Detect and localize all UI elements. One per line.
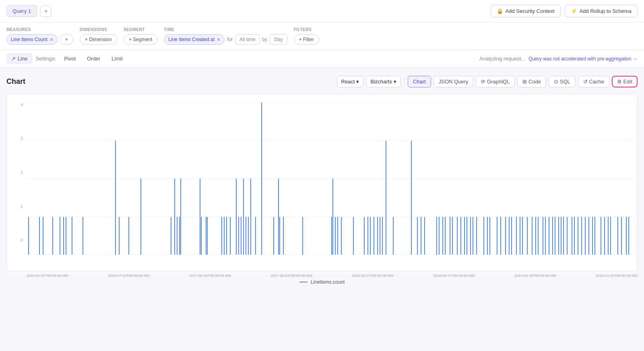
bar xyxy=(179,217,180,255)
remove-time-button[interactable]: × xyxy=(217,37,220,42)
bar xyxy=(487,217,488,255)
bar xyxy=(115,141,116,255)
time-section: TIME Line Items Created at × for All tim… xyxy=(164,27,287,45)
code-icon: ⊞ xyxy=(522,79,527,85)
code-button[interactable]: ⊞ Code xyxy=(517,76,546,87)
settings-label: Settings: xyxy=(34,53,58,64)
bar xyxy=(28,217,29,255)
bar xyxy=(248,217,249,255)
bar xyxy=(436,217,437,255)
bar xyxy=(221,217,222,255)
accel-link[interactable]: Query was not accelerated with pre-aggre… xyxy=(528,56,638,62)
segment-row: + Segment xyxy=(124,34,157,45)
top-bar-left: Query 1 + xyxy=(6,5,52,17)
bar xyxy=(574,217,575,255)
bar xyxy=(509,217,510,255)
bar xyxy=(608,217,609,255)
measure-pill: Line Items Count × xyxy=(6,34,58,45)
bar xyxy=(555,217,555,255)
bar xyxy=(206,217,206,255)
chart-inner xyxy=(27,102,633,255)
sql-button[interactable]: ⊙ SQL xyxy=(549,76,576,87)
bar xyxy=(601,217,601,255)
legend-line xyxy=(299,282,308,282)
bar xyxy=(337,217,338,255)
add-dimension-button[interactable]: + Dimension xyxy=(80,34,117,45)
edit-icon: ⚙ xyxy=(617,79,622,85)
bar xyxy=(411,141,412,255)
time-pill: Line Items Created at × xyxy=(164,34,225,45)
bar xyxy=(460,217,461,255)
bar xyxy=(119,217,120,255)
chart-container: 4 3 2 1 0 2016-01-01T00:0 xyxy=(6,94,638,285)
limit-button[interactable]: Limit xyxy=(107,53,127,64)
bar xyxy=(567,217,568,255)
dimensions-label: DIMENSIONS xyxy=(80,27,117,32)
bar xyxy=(201,217,202,255)
add-tab-button[interactable]: + xyxy=(40,6,52,17)
time-row: Line Items Created at × for All time by … xyxy=(164,34,287,45)
all-time-select[interactable]: All time xyxy=(235,34,260,45)
graphiql-button[interactable]: ⟳ GraphiQL xyxy=(476,76,515,87)
remove-measure-button[interactable]: × xyxy=(50,37,53,42)
cache-button[interactable]: ↺ Cache xyxy=(578,76,609,87)
x-label: 2019-04-15T00:00:00.000 xyxy=(514,274,556,278)
segment-section: SEGMENT + Segment xyxy=(124,27,157,45)
bar xyxy=(200,179,200,255)
top-bar-right: 🔒 Add Security Context ⚡ Add Rollup to S… xyxy=(491,5,638,17)
top-bar: Query 1 + 🔒 Add Security Context ⚡ Add R… xyxy=(0,0,644,23)
bar xyxy=(238,217,239,255)
add-measure-button[interactable]: + xyxy=(60,34,73,45)
y-label-0: 0 xyxy=(11,238,23,243)
bar xyxy=(543,217,543,255)
bar xyxy=(273,217,274,255)
bar xyxy=(581,217,582,255)
divider xyxy=(404,78,405,86)
chevron-down-icon: ▾ xyxy=(356,79,359,85)
react-select[interactable]: React ▾ xyxy=(337,76,364,87)
bar xyxy=(476,217,477,255)
add-rollup-button[interactable]: ⚡ Add Rollup to Schema xyxy=(565,5,638,17)
bar xyxy=(180,179,181,255)
add-security-context-button[interactable]: 🔒 Add Security Context xyxy=(491,5,561,17)
dimensions-section: DIMENSIONS + Dimension xyxy=(80,27,117,45)
add-filter-button[interactable]: + Filter xyxy=(294,34,319,45)
measures-label: MEASURES xyxy=(6,27,73,32)
edit-button[interactable]: ⚙ Edit xyxy=(612,76,638,87)
bar xyxy=(621,217,622,255)
chart-view-button[interactable]: Chart xyxy=(408,76,431,87)
bar xyxy=(367,217,368,255)
bar xyxy=(332,179,333,255)
json-query-button[interactable]: JSON Query xyxy=(433,76,474,87)
y-label-3: 3 xyxy=(11,136,23,141)
y-label-1: 1 xyxy=(11,204,23,209)
cache-icon: ↺ xyxy=(583,79,588,85)
line-view-button[interactable]: ↗ Line xyxy=(6,53,33,64)
add-segment-button[interactable]: + Segment xyxy=(124,34,157,45)
sql-icon: ⊙ xyxy=(554,79,558,85)
lock-icon: 🔒 xyxy=(497,8,503,14)
bar xyxy=(417,217,418,255)
bar xyxy=(594,217,595,255)
pivot-button[interactable]: Pivot xyxy=(59,53,80,64)
order-button[interactable]: Order xyxy=(82,53,105,64)
bar xyxy=(500,217,501,255)
bar xyxy=(83,217,83,255)
bar xyxy=(466,217,467,255)
bizcharts-select[interactable]: Bizcharts ▾ xyxy=(366,76,400,87)
bar xyxy=(63,217,64,255)
bar xyxy=(527,217,528,255)
x-label: 2016-01-01T00:00:00.000 xyxy=(27,274,68,278)
bar xyxy=(72,217,72,255)
filters-section: FILTERS + Filter xyxy=(294,27,319,45)
day-select[interactable]: Day xyxy=(270,34,287,45)
bar xyxy=(177,217,178,255)
legend-label: LineItems.count xyxy=(311,279,345,285)
bar xyxy=(60,217,60,255)
query-tab[interactable]: Query 1 xyxy=(6,5,37,17)
chart-header: Chart React ▾ Bizcharts ▾ Chart JSON Que… xyxy=(6,76,638,87)
bar xyxy=(66,217,66,255)
x-label: 2017-08-23T00:00:00.000 xyxy=(270,274,312,278)
bar xyxy=(230,217,231,255)
measures-row: Line Items Count × + xyxy=(6,34,73,45)
